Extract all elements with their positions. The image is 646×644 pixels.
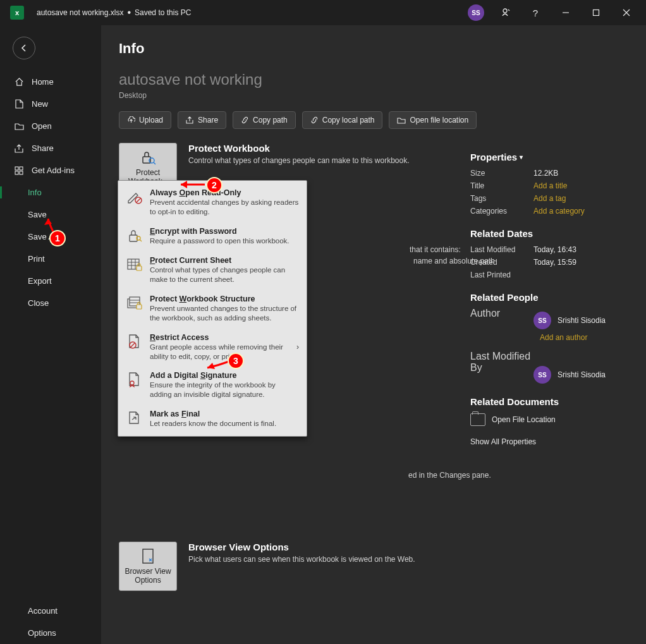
property-add-link[interactable]: Add a category xyxy=(533,207,585,216)
svg-rect-15 xyxy=(130,235,137,241)
link-icon xyxy=(241,116,249,124)
property-key: Size xyxy=(470,169,533,178)
button-label: Browser ViewOptions xyxy=(125,567,171,585)
open-icon xyxy=(14,122,24,130)
browser-view-options-button[interactable]: Browser ViewOptions xyxy=(119,542,177,591)
maximize-button[interactable] xyxy=(582,0,611,25)
button-label: Copy local path xyxy=(322,116,375,125)
svg-line-17 xyxy=(140,240,142,241)
sidebar-item-account[interactable]: Account xyxy=(0,600,101,622)
button-label: Upload xyxy=(139,116,163,125)
show-all-properties-link[interactable]: Show All Properties xyxy=(470,437,628,446)
document-ribbon-icon xyxy=(126,371,143,389)
menu-item-title: Encrypt with Password xyxy=(150,227,289,236)
svg-marker-33 xyxy=(181,181,187,188)
title-separator: • xyxy=(127,7,131,18)
property-key: Last Modified By xyxy=(470,351,533,374)
person-name: Srishti Sisodia xyxy=(558,370,606,379)
sidebar-item-new[interactable]: New xyxy=(0,93,101,115)
pencil-prohibit-icon xyxy=(126,188,143,206)
menu-item-description: Require a password to open this workbook… xyxy=(150,236,289,246)
page-title: Info xyxy=(119,40,628,57)
sidebar-item-label: Share xyxy=(32,143,54,153)
sidebar-item-home[interactable]: Home xyxy=(0,71,101,93)
property-key: Tags xyxy=(470,194,533,203)
properties-heading[interactable]: Properties▾ xyxy=(470,152,628,162)
upload-icon xyxy=(127,116,135,124)
document-prohibit-icon xyxy=(126,333,143,351)
sidebar-item-label: New xyxy=(32,99,48,109)
annotation-badge-1: 1 xyxy=(49,230,66,246)
menu-item-description: Prevent accidental changes by asking rea… xyxy=(150,198,299,217)
svg-line-14 xyxy=(137,198,141,203)
sidebar-item-addins[interactable]: Get Add-ins xyxy=(0,159,101,181)
add-author-link[interactable]: Add an author xyxy=(540,333,628,342)
menu-item-title: Always Open Read-Only xyxy=(150,188,299,197)
menu-item-encrypt-password[interactable]: Encrypt with PasswordRequire a password … xyxy=(118,222,307,251)
folder-icon xyxy=(470,413,485,426)
titlebar: x autosave not working.xlsx • Saved to t… xyxy=(0,0,646,25)
sidebar-item-print[interactable]: Print xyxy=(0,248,101,270)
share-button[interactable]: Share xyxy=(178,111,226,129)
menu-item-title: Protect Workbook Structure xyxy=(150,295,299,303)
help-icon[interactable]: ? xyxy=(521,0,550,25)
property-add-link[interactable]: Add a tag xyxy=(533,194,566,203)
share-icon xyxy=(14,144,24,153)
svg-rect-6 xyxy=(20,167,23,170)
ribbon-display-icon[interactable] xyxy=(491,0,520,25)
hidden-section-fragment: ed in the Changes pane. xyxy=(408,471,491,480)
addins-icon xyxy=(14,166,24,175)
property-key: Categories xyxy=(470,207,533,216)
sidebar-item-share[interactable]: Share xyxy=(0,137,101,159)
copy-local-path-button[interactable]: Copy local path xyxy=(302,111,383,129)
annotation-arrow-2 xyxy=(176,178,207,193)
button-label: Share xyxy=(198,116,218,125)
svg-line-11 xyxy=(154,162,155,164)
close-button[interactable] xyxy=(612,0,641,25)
sidebar-item-open[interactable]: Open xyxy=(0,115,101,137)
back-button[interactable] xyxy=(13,37,35,59)
menu-item-description: Let readers know the document is final. xyxy=(150,419,276,428)
menu-item-title: Protect Current Sheet xyxy=(150,256,299,265)
property-add-link[interactable]: Add a title xyxy=(533,181,567,190)
property-key: Created xyxy=(470,258,533,267)
sheets-lock-icon xyxy=(126,295,143,312)
menu-item-mark-as-final[interactable]: Mark as FinalLet readers know the docume… xyxy=(118,404,307,434)
document-name: autosave not working xyxy=(119,71,628,88)
menu-item-title: Mark as Final xyxy=(150,410,276,418)
new-icon xyxy=(14,99,24,109)
open-file-location-link[interactable]: Open File Location xyxy=(470,413,628,426)
menu-item-description: Prevent unwanted changes to the structur… xyxy=(150,304,299,323)
sidebar-item-export[interactable]: Export xyxy=(0,270,101,292)
property-value: 12.2KB xyxy=(533,169,558,178)
svg-point-0 xyxy=(503,9,507,13)
sidebar-item-label: Close xyxy=(28,298,49,308)
sidebar-item-label: Options xyxy=(28,628,56,638)
open-file-location-button[interactable]: Open file location xyxy=(389,111,477,129)
link-label: Open File Location xyxy=(492,415,556,424)
menu-item-description: Ensure the integrity of the workbook by … xyxy=(150,380,299,399)
person-avatar: SS xyxy=(533,366,551,384)
related-dates-heading: Related Dates xyxy=(470,228,628,239)
sidebar-item-options[interactable]: Options xyxy=(0,622,101,644)
user-avatar-chip[interactable]: SS xyxy=(468,4,484,21)
save-status: Saved to this PC xyxy=(135,8,191,17)
document-arrow-icon xyxy=(126,410,143,427)
app-window: x autosave not working.xlsx • Saved to t… xyxy=(0,0,646,644)
sidebar-item-label: Info xyxy=(28,188,42,197)
property-key: Title xyxy=(470,181,533,190)
minimize-button[interactable] xyxy=(551,0,580,25)
section-description: Pick what users can see when this workbo… xyxy=(188,555,460,564)
sidebar-item-label: Export xyxy=(28,276,52,286)
related-documents-heading: Related Documents xyxy=(470,396,628,407)
annotation-badge-2: 2 xyxy=(206,177,222,193)
svg-rect-23 xyxy=(137,266,142,270)
upload-button[interactable]: Upload xyxy=(119,111,171,129)
menu-item-protect-current-sheet[interactable]: Protect Current SheetControl what types … xyxy=(118,251,307,289)
chevron-down-icon: ▾ xyxy=(520,154,523,161)
sidebar-item-close[interactable]: Close xyxy=(0,292,101,314)
menu-item-protect-workbook-structure[interactable]: Protect Workbook StructurePrevent unwant… xyxy=(118,289,307,328)
person-name: Srishti Sisodia xyxy=(558,316,606,325)
sidebar-item-info[interactable]: Info xyxy=(0,181,101,204)
copy-path-button[interactable]: Copy path xyxy=(233,111,296,129)
